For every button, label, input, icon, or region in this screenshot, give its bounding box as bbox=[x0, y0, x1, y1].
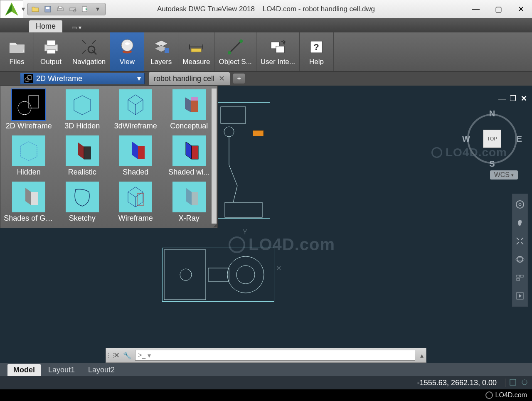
print-icon[interactable] bbox=[55, 4, 65, 14]
style-thumb-icon bbox=[172, 135, 206, 166]
compass-w[interactable]: W bbox=[462, 134, 470, 144]
visual-style-shaded[interactable]: Shaded bbox=[109, 135, 163, 177]
commandline-close-icon[interactable]: ✕ bbox=[111, 351, 122, 360]
compass-e[interactable]: E bbox=[517, 134, 522, 144]
showhide-icon[interactable] bbox=[512, 271, 527, 285]
svg-rect-40 bbox=[225, 202, 262, 217]
svg-rect-51 bbox=[138, 146, 145, 159]
visual-style-dropdown[interactable]: 2D Wireframe ▾ bbox=[20, 73, 145, 84]
wcs-dropdown[interactable]: WCS▾ bbox=[490, 170, 518, 180]
ribbon-view[interactable]: View bbox=[110, 32, 144, 71]
layout-tab-layout1[interactable]: Layout1 bbox=[42, 364, 81, 376]
svg-point-14 bbox=[121, 39, 133, 51]
play-icon[interactable] bbox=[512, 289, 527, 303]
ribbon-measure[interactable]: Measure bbox=[178, 32, 214, 71]
svg-rect-5 bbox=[59, 6, 62, 8]
svg-rect-20 bbox=[191, 49, 201, 52]
ribbon-label: Layers bbox=[150, 58, 172, 66]
visual-style-realistic[interactable]: Realistic bbox=[56, 135, 109, 177]
commandline-expand-icon[interactable]: ▴ bbox=[418, 352, 426, 359]
compass-s[interactable]: S bbox=[489, 159, 495, 169]
svg-point-42 bbox=[227, 256, 264, 293]
ribbon-help[interactable]: ? Help bbox=[300, 32, 334, 71]
ribbon-files[interactable]: Files bbox=[0, 32, 34, 71]
layout-tabs: ModelLayout1Layout2 bbox=[0, 363, 532, 376]
print-preview-icon[interactable] bbox=[68, 4, 78, 14]
visual-style-wireframe[interactable]: Wireframe bbox=[109, 181, 163, 224]
viewport-restore-icon[interactable]: ❐ bbox=[509, 94, 517, 103]
gallery-resize-handle[interactable]: ◢ bbox=[212, 223, 217, 227]
svg-point-39 bbox=[224, 127, 234, 137]
compass-n[interactable]: N bbox=[489, 109, 495, 118]
style-label: Sketchy bbox=[69, 214, 96, 223]
ribbon-label: Files bbox=[10, 58, 25, 66]
ribbon-label: View bbox=[120, 58, 135, 66]
ribbon-output[interactable]: Output bbox=[34, 32, 68, 71]
quick-access-toolbar: ▾ bbox=[27, 3, 106, 15]
ribbon-object-snap[interactable]: Object S... bbox=[214, 32, 256, 71]
close-button[interactable]: ✕ bbox=[510, 0, 532, 18]
ribbon-navigation[interactable]: Navigation bbox=[68, 32, 110, 71]
publish-icon[interactable] bbox=[80, 4, 90, 14]
orbit-icon[interactable] bbox=[512, 252, 527, 266]
visual-style-3d-hidden[interactable]: 3D Hidden bbox=[56, 89, 109, 131]
viewport-close-icon[interactable]: ✕ bbox=[520, 94, 528, 103]
svg-point-43 bbox=[236, 266, 255, 284]
pan-icon[interactable] bbox=[512, 216, 527, 230]
osnap-icon bbox=[226, 38, 244, 56]
style-label: Shaded bbox=[123, 168, 148, 177]
save-icon[interactable] bbox=[43, 4, 53, 14]
visual-style-sketchy[interactable]: Sketchy bbox=[56, 181, 109, 224]
open-icon[interactable] bbox=[30, 4, 40, 14]
svg-rect-49 bbox=[191, 97, 198, 101]
status-settings-icon[interactable] bbox=[520, 378, 530, 387]
ribbon-user-interface[interactable]: User Inte... bbox=[256, 32, 300, 71]
title-bar: ▾ ▾ Autodesk DWG TrueView 2018 LO4D.com … bbox=[0, 0, 532, 18]
close-tab-icon[interactable]: ✕ bbox=[219, 74, 225, 83]
zoom-extents-icon bbox=[80, 38, 98, 56]
visual-style-3dwireframe[interactable]: 3dWireframe bbox=[109, 89, 163, 131]
gallery-scrollbar[interactable] bbox=[212, 89, 217, 224]
commandline-settings-icon[interactable]: 🔧 bbox=[122, 352, 133, 359]
navigation-bar bbox=[512, 194, 528, 307]
svg-line-13 bbox=[94, 52, 96, 54]
style-thumb-icon bbox=[172, 89, 206, 120]
tab-home[interactable]: Home bbox=[29, 20, 62, 32]
svg-rect-16 bbox=[165, 48, 169, 53]
status-tool-icon[interactable] bbox=[509, 378, 518, 387]
svg-rect-44 bbox=[208, 268, 229, 281]
svg-rect-55 bbox=[192, 192, 198, 205]
app-menu-button[interactable] bbox=[0, 0, 23, 18]
style-thumb-icon bbox=[12, 182, 45, 212]
brand-text: LO4D.com bbox=[495, 391, 527, 399]
steering-wheel-icon[interactable] bbox=[512, 197, 527, 212]
command-input[interactable]: >_ ▾ bbox=[135, 350, 415, 361]
visual-style-x-ray[interactable]: X-Ray bbox=[163, 181, 216, 224]
measure-icon bbox=[187, 38, 205, 56]
panel-selector[interactable]: ▭▾ bbox=[67, 22, 86, 32]
visual-style-shaded-wi-[interactable]: Shaded wi... bbox=[163, 135, 216, 177]
maximize-button[interactable]: ▢ bbox=[487, 0, 510, 18]
style-label: Shades of Gray bbox=[4, 214, 54, 223]
visual-style-hidden[interactable]: Hidden bbox=[2, 135, 56, 177]
ribbon-label: Output bbox=[40, 58, 62, 66]
layout-tab-layout2[interactable]: Layout2 bbox=[82, 364, 121, 376]
minimize-button[interactable]: — bbox=[465, 0, 487, 18]
viewcube-face[interactable]: TOP bbox=[483, 130, 501, 148]
visual-style-2d-wireframe[interactable]: 2D Wireframe bbox=[2, 89, 56, 131]
visual-style-shades-of-gray[interactable]: Shades of Gray bbox=[2, 181, 56, 224]
ribbon-layers[interactable]: Layers bbox=[144, 32, 178, 71]
viewport-minimize-icon[interactable]: — bbox=[498, 94, 506, 103]
layers-icon bbox=[152, 38, 170, 56]
document-tab[interactable]: robot handling cell ✕ bbox=[149, 72, 230, 85]
new-tab-button[interactable]: + bbox=[233, 74, 245, 84]
drag-handle-icon[interactable]: ⋮⋮ bbox=[106, 352, 111, 358]
qat-dropdown-icon[interactable]: ▾ bbox=[93, 4, 103, 14]
svg-rect-25 bbox=[276, 46, 284, 53]
printer-icon bbox=[42, 38, 60, 56]
style-thumb-icon bbox=[12, 135, 45, 166]
visual-style-conceptual[interactable]: Conceptual bbox=[163, 89, 216, 131]
layout-tab-model[interactable]: Model bbox=[7, 364, 41, 376]
zoom-extents-icon[interactable] bbox=[512, 234, 527, 248]
viewcube[interactable]: N S E W TOP bbox=[463, 110, 521, 168]
